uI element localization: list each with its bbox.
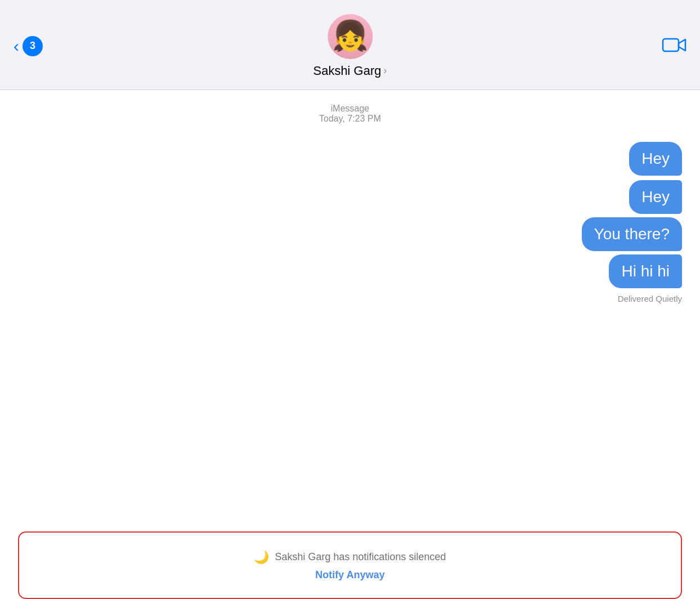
contact-name: Sakshi Garg <box>313 64 381 78</box>
avatar-image <box>327 14 373 59</box>
message-text-2: Hey <box>641 188 670 205</box>
back-section: ‹ 3 <box>14 36 43 56</box>
message-text-1: Hey <box>641 150 670 167</box>
messages-container: Hey Hey You there? Hi hi hi Delivered Qu… <box>18 142 682 518</box>
contact-detail-chevron-icon: › <box>384 65 387 77</box>
moon-icon: 🌙 <box>254 550 269 565</box>
message-bubble-1[interactable]: Hey <box>629 142 682 176</box>
delivery-status: Delivered Quietly <box>618 294 682 303</box>
notification-text-row: 🌙 Sakshi Garg has notifications silenced <box>254 550 446 565</box>
message-text-3: You there? <box>594 225 670 243</box>
notify-anyway-button[interactable]: Notify Anyway <box>315 569 384 581</box>
notification-message: Sakshi Garg has notifications silenced <box>275 551 446 563</box>
back-badge: 3 <box>23 36 43 56</box>
navigation-header: ‹ 3 Sakshi Garg › <box>0 0 700 90</box>
service-label: iMessage <box>319 104 381 114</box>
back-button[interactable]: ‹ 3 <box>14 36 43 56</box>
chat-area: iMessage Today, 7:23 PM Hey Hey You ther… <box>0 90 700 531</box>
avatar[interactable] <box>327 14 373 59</box>
message-bubble-2[interactable]: Hey <box>629 180 682 214</box>
timestamp: Today, 7:23 PM <box>319 114 381 124</box>
timestamp-section: iMessage Today, 7:23 PM <box>319 104 381 124</box>
notification-banner: 🌙 Sakshi Garg has notifications silenced… <box>18 531 682 599</box>
message-bubble-4[interactable]: Hi hi hi <box>609 254 682 288</box>
back-chevron-icon: ‹ <box>14 38 19 55</box>
svg-rect-0 <box>663 39 679 51</box>
video-call-button[interactable] <box>662 35 686 57</box>
contact-info: Sakshi Garg › <box>313 14 387 78</box>
message-text-4: Hi hi hi <box>621 262 670 280</box>
back-count: 3 <box>30 40 35 52</box>
message-bubble-3[interactable]: You there? <box>582 217 682 251</box>
contact-name-row[interactable]: Sakshi Garg › <box>313 64 387 78</box>
